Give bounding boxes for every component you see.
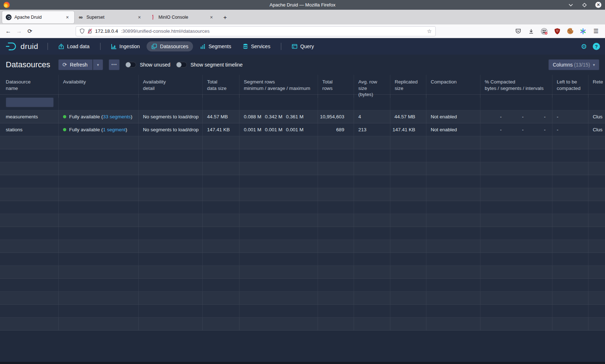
availability-detail: No segments to load/drop <box>139 123 203 136</box>
nav-item-load-data[interactable]: Load data <box>54 41 94 51</box>
retention: Clus <box>588 123 605 136</box>
window-title: Apache Druid — Mozilla Firefox <box>0 2 605 8</box>
superset-favicon: ∞ <box>78 14 84 20</box>
columns-button[interactable]: Columns (13/15) ▾ <box>548 59 599 70</box>
page-header: Datasources ⟳ Refresh ▾ ••• Show unused … <box>0 55 605 75</box>
nav-item-services[interactable]: Services <box>238 41 275 51</box>
extension-asterisk-icon[interactable] <box>579 27 587 35</box>
window-minimize-icon[interactable] <box>568 2 574 8</box>
refresh-button[interactable]: ⟳ Refresh <box>58 59 93 70</box>
nav-item-datasources[interactable]: Datasources <box>147 41 193 51</box>
tab-minio-console[interactable]: MinIO Console × <box>146 11 218 23</box>
nav-item-label: Services <box>251 44 270 49</box>
avg-row-size: 213 <box>354 123 390 136</box>
shield-icon <box>80 28 85 34</box>
table-row-empty <box>0 214 605 227</box>
new-tab-button[interactable]: + <box>220 13 230 22</box>
datasource-name-filter-input[interactable] <box>6 97 54 107</box>
show-unused-toggle-group: Show unused <box>125 62 170 68</box>
segment-rows: 0.001 M0.001 M0.001 M <box>239 123 318 136</box>
pocket-icon[interactable] <box>514 27 522 35</box>
replicated-size: 44.57 MB <box>390 110 426 123</box>
reload-icon[interactable]: ⟳ <box>24 26 35 36</box>
more-options-button[interactable]: ••• <box>109 59 120 70</box>
nav-item-query[interactable]: Query <box>287 41 319 51</box>
table-row-empty <box>0 305 605 318</box>
nav-item-segments[interactable]: Segments <box>195 41 236 51</box>
status-dot-green <box>63 128 66 131</box>
show-segment-timeline-toggle[interactable] <box>176 62 187 68</box>
table-row-empty <box>0 201 605 214</box>
menu-icon[interactable]: ☰ <box>592 27 600 35</box>
columns-count: (13/15) <box>574 62 590 68</box>
table-row-empty <box>0 266 605 279</box>
table-row-empty <box>0 149 605 162</box>
table-row-empty <box>0 227 605 240</box>
datasource-name: measurements <box>0 110 59 123</box>
chevron-down-icon: ▾ <box>593 63 595 67</box>
table-row-empty <box>0 253 605 266</box>
minio-favicon <box>150 14 156 20</box>
toggle-label: Show unused <box>140 62 170 68</box>
nav-item-label: Ingestion <box>120 44 140 49</box>
divider <box>48 43 48 50</box>
chevron-down-icon: ▾ <box>97 63 99 67</box>
downloads-icon[interactable] <box>527 27 535 35</box>
druid-logo[interactable]: druid <box>5 42 38 51</box>
more-icon: ••• <box>111 62 117 67</box>
tab-apache-druid[interactable]: Apache Druid × <box>2 11 74 23</box>
url-path: :30899/unified-console.html#datasources <box>121 28 210 34</box>
druid-logo-icon <box>5 42 18 51</box>
nav-item-label: Load data <box>67 44 89 49</box>
show-segment-timeline-toggle-group: Show segment timeline <box>176 62 243 68</box>
firefox-icon <box>4 2 10 8</box>
url-bar[interactable]: 172.18.0.4:30899/unified-console.html#da… <box>76 26 436 36</box>
table-row-empty <box>0 188 605 201</box>
table-row-measurements[interactable]: measurements Fully available (33 segment… <box>0 110 605 123</box>
tab-close-icon[interactable]: × <box>208 14 215 20</box>
datasources-icon <box>151 44 157 49</box>
table-row-empty <box>0 175 605 188</box>
table-row-stations[interactable]: stations Fully available (1 segment) No … <box>0 123 605 136</box>
compaction: Not enabled <box>426 123 480 136</box>
cookie-icon[interactable] <box>566 27 574 35</box>
bookmark-star-icon[interactable]: ☆ <box>427 28 432 35</box>
total-rows: 10,954,603 <box>318 110 354 123</box>
services-icon <box>243 44 248 49</box>
segments-link[interactable]: 1 segment <box>103 127 126 132</box>
tab-close-icon[interactable]: × <box>136 14 143 20</box>
pct-compacted: --- <box>480 123 552 136</box>
brand-name: druid <box>21 42 38 51</box>
forward-icon[interactable]: → <box>14 26 24 36</box>
refresh-dropdown-button[interactable]: ▾ <box>93 59 103 70</box>
druid-favicon <box>6 14 12 20</box>
back-icon[interactable]: ← <box>3 26 14 36</box>
total-data-size: 147.41 KB <box>203 123 239 136</box>
replicated-size: 147.41 KB <box>390 123 426 136</box>
table-row-empty <box>0 292 605 305</box>
url-host: 172.18.0.4 <box>95 28 118 34</box>
datasources-table: Datasource name Availability Availabilit… <box>0 75 605 331</box>
extension-containers-icon[interactable] <box>540 27 548 35</box>
settings-gear-icon[interactable]: ⚙ <box>581 42 587 51</box>
nav-item-label: Segments <box>209 44 231 49</box>
window-close-icon[interactable]: ✕ <box>595 2 601 8</box>
window-maximize-icon[interactable] <box>582 2 587 8</box>
load-data-icon <box>58 44 64 49</box>
help-icon[interactable]: ? <box>593 43 600 50</box>
ublock-icon[interactable] <box>553 27 561 35</box>
table-row-empty <box>0 162 605 175</box>
tab-close-icon[interactable]: × <box>64 14 71 20</box>
tab-strip: Apache Druid × ∞ Superset × MinIO Consol… <box>0 10 605 24</box>
datasource-name: stations <box>0 123 59 136</box>
nav-item-ingestion[interactable]: Ingestion <box>106 41 145 51</box>
total-rows: 689 <box>318 123 354 136</box>
nav-item-label: Datasources <box>160 44 188 49</box>
tab-superset[interactable]: ∞ Superset × <box>74 11 146 23</box>
segments-link[interactable]: 33 segments <box>103 114 131 119</box>
divider <box>281 43 281 50</box>
lock-insecure-icon <box>88 28 92 34</box>
window-bottom-edge <box>0 362 605 364</box>
show-unused-toggle[interactable] <box>125 62 136 68</box>
retention: Clus <box>588 110 605 123</box>
